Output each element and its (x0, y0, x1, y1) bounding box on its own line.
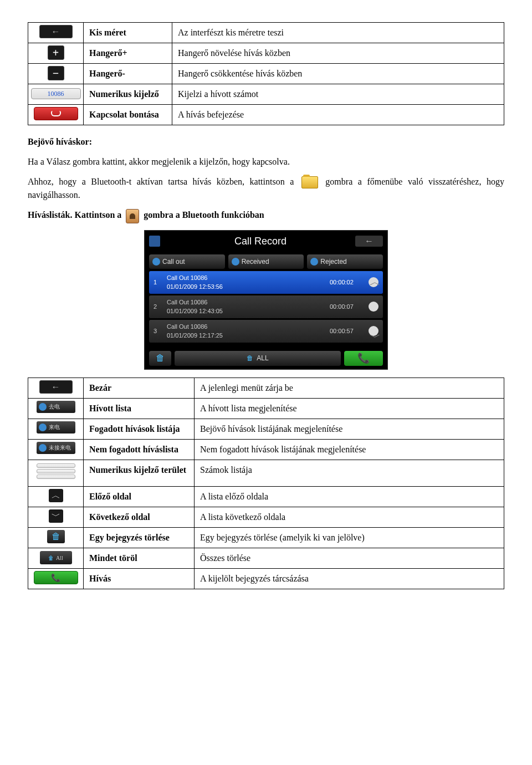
tab-callout[interactable]: Call out (149, 254, 225, 269)
delete-one-icon: 🗑 (47, 530, 65, 543)
numeric-area-icon (37, 462, 75, 480)
minus-icon: − (48, 66, 64, 80)
row-name: Hívás (84, 568, 195, 589)
phone-icon (152, 258, 160, 266)
row-name: Numerikus kijelző terület (84, 460, 195, 486)
row-desc: Összes törlése (195, 548, 504, 568)
row-desc: A hívott lista megjelenítése (195, 398, 504, 419)
row-desc: Kijelzi a hívott számot (172, 84, 504, 105)
row-name: Hangerő- (84, 64, 172, 84)
received-icon: 来电 (37, 421, 75, 434)
tab-received[interactable]: Received (228, 254, 304, 269)
delete-all-icon: 🗑All (40, 551, 72, 564)
folder-icon (301, 176, 318, 188)
plus-icon: + (48, 45, 64, 60)
row-desc: Bejövő hívások listájának megjelenítése (195, 419, 504, 439)
delete-all-button[interactable]: 🗑ALL (175, 351, 341, 366)
row-desc: Az interfészt kis méretre teszi (172, 23, 504, 43)
row-desc: A lista előző oldala (195, 486, 504, 507)
call-button[interactable]: 📞 (344, 351, 383, 366)
up-arrow-icon[interactable]: ︿ (370, 273, 381, 290)
row-name: Mindet töröl (84, 548, 195, 568)
dial-icon: 📞 (34, 571, 78, 584)
down-arrow-icon[interactable]: ﹀ (370, 329, 381, 345)
phone-icon (310, 258, 318, 266)
row-desc: Hangerő növelése hívás közben (172, 43, 504, 64)
next-page-icon: ﹀ (49, 509, 63, 523)
contact-icon[interactable] (149, 236, 160, 247)
row-name: Kis méret (84, 23, 172, 43)
delete-button[interactable]: 🗑 (149, 351, 171, 366)
screen-title: Call Record (166, 234, 355, 249)
row-desc: A lista következő oldala (195, 507, 504, 527)
row-name: Kapcsolat bontása (84, 105, 172, 125)
row-name: Fogadott hívások listája (84, 419, 195, 439)
list-item[interactable]: 2 Call Out 1008601/01/2009 12:43:05 00:0… (149, 295, 383, 318)
call-controls-table: ← Kis méret Az interfészt kis méretre te… (28, 22, 504, 125)
row-desc: Nem fogadott hívások listájának megjelen… (195, 439, 504, 460)
call-record-screenshot: Call Record ← Call out Received Rejected… (144, 230, 388, 370)
row-desc: A kijelölt bejegyzés tárcsázása (195, 568, 504, 589)
callout-icon: 去电 (37, 401, 75, 413)
call-record-controls-table: ← Bezár A jelenlegi menüt zárja be 去电 Hí… (28, 378, 504, 589)
row-name: Hívott lista (84, 398, 195, 419)
tab-rejected[interactable]: Rejected (307, 254, 383, 269)
back-arrow-icon: ← (39, 380, 73, 394)
prev-page-icon: ︿ (49, 489, 63, 502)
row-name: Előző oldal (84, 486, 195, 507)
row-name: Hangerő+ (84, 43, 172, 64)
row-desc: Egy bejegyzés törlése (amelyik ki van je… (195, 527, 504, 548)
back-arrow-icon: ← (39, 25, 73, 38)
row-desc: A jelenlegi menüt zárja be (195, 378, 504, 398)
list-item[interactable]: 3 Call Out 1008601/01/2009 12:17:25 00:0… (149, 320, 383, 343)
list-item[interactable]: 1 Call Out 1008601/01/2009 12:53:56 00:0… (149, 271, 383, 294)
contact-icon (126, 209, 139, 223)
row-desc: A hívás befejezése (172, 105, 504, 125)
row-name: Következő oldal (84, 507, 195, 527)
numeric-display-icon: 10086 (31, 88, 81, 99)
row-name: Nem fogadott híváslista (84, 439, 195, 460)
rejected-icon: 未接来电 (37, 442, 75, 454)
row-name: Bezár (84, 378, 195, 398)
incoming-p1: Ha a Válasz gombra kattint, akkor megjel… (28, 155, 504, 169)
row-name: Egy bejegyzés törlése (84, 527, 195, 548)
row-desc: Számok listája (195, 460, 504, 486)
incoming-heading: Bejövő híváskor: (28, 135, 504, 149)
calllist-heading: Híváslisták. Kattintson a gombra a Bluet… (28, 208, 504, 223)
row-name: Numerikus kijelző (84, 84, 172, 105)
back-button[interactable]: ← (355, 236, 383, 247)
row-desc: Hangerő csökkentése hívás közben (172, 64, 504, 84)
incoming-p2: Ahhoz, hogy a Bluetooth-t aktívan tartsa… (28, 175, 504, 202)
hangup-icon (34, 107, 78, 120)
phone-icon (232, 258, 239, 266)
